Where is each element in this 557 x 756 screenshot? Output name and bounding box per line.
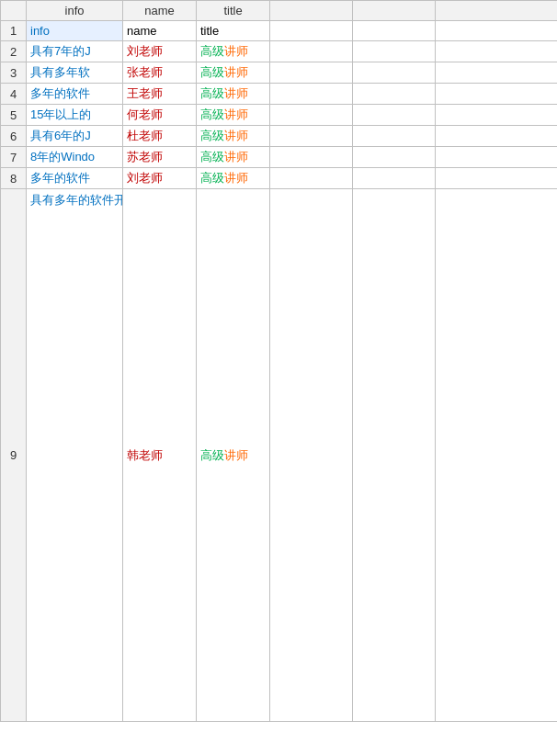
- cell-text: 高级: [200, 171, 224, 185]
- cell-text: 多年的软件: [30, 86, 90, 100]
- cell-name-5[interactable]: 何老师: [123, 105, 197, 126]
- cell-info-6[interactable]: 具有6年的J: [27, 126, 123, 147]
- cell-extra2-3[interactable]: [353, 62, 436, 84]
- cell-info-8[interactable]: 多年的软件: [27, 168, 123, 189]
- col-header-extra1[interactable]: [270, 1, 353, 21]
- col-header-extra3[interactable]: [436, 1, 558, 21]
- cell-extra1-9[interactable]: [270, 189, 353, 722]
- cell-extra2-7[interactable]: [353, 147, 436, 168]
- cell-extra2-1[interactable]: [353, 21, 436, 41]
- cell-text-2: 讲师: [224, 44, 248, 58]
- cell-info-5[interactable]: 15年以上的: [27, 105, 123, 126]
- cell-title-7[interactable]: 高级讲师: [197, 147, 270, 168]
- cell-text: 15年以上的: [30, 107, 91, 121]
- cell-text: 高级: [200, 44, 224, 58]
- cell-extra1-3[interactable]: [270, 62, 353, 84]
- table-row-9: 9 具有多年的软件开发和项目设计经验，参与和设计国家级信息系统项目的需求分析和架…: [1, 189, 558, 722]
- cell-name-6[interactable]: 杜老师: [123, 126, 197, 147]
- cell-extra1-5[interactable]: [270, 105, 353, 126]
- row-number-9: 9: [1, 189, 27, 722]
- cell-extra3-4[interactable]: [436, 84, 558, 105]
- cell-extra3-5[interactable]: [436, 105, 558, 126]
- cell-extra3-9[interactable]: [436, 189, 558, 722]
- cell-name-2[interactable]: 刘老师: [123, 41, 197, 62]
- cell-extra1-8[interactable]: [270, 168, 353, 189]
- table-row: 7 8年的Windo 苏老师 高级讲师: [1, 147, 558, 168]
- cell-title-6[interactable]: 高级讲师: [197, 126, 270, 147]
- cell-text: 王老师: [127, 86, 163, 100]
- table-row: 3 具有多年软 张老师 高级讲师: [1, 62, 558, 84]
- cell-info-1[interactable]: info: [27, 21, 123, 41]
- cell-text-2: 讲师: [224, 150, 248, 164]
- row-number: 5: [1, 105, 27, 126]
- row-number: 3: [1, 62, 27, 84]
- cell-extra1-6[interactable]: [270, 126, 353, 147]
- cell-name-1[interactable]: name: [123, 21, 197, 41]
- column-header-row: info name title: [1, 1, 558, 21]
- cell-extra2-5[interactable]: [353, 105, 436, 126]
- cell-extra2-9[interactable]: [353, 189, 436, 722]
- cell-extra3-8[interactable]: [436, 168, 558, 189]
- cell-title-2[interactable]: 高级讲师: [197, 41, 270, 62]
- cell-extra1-2[interactable]: [270, 41, 353, 62]
- cell-text: 8年的Windo: [30, 150, 95, 164]
- table-row: 1 info name title: [1, 21, 558, 41]
- cell-extra3-3[interactable]: [436, 62, 558, 84]
- cell-name-8[interactable]: 刘老师: [123, 168, 197, 189]
- cell-extra2-6[interactable]: [353, 126, 436, 147]
- cell-text: 高级: [200, 448, 224, 462]
- cell-extra3-1[interactable]: [436, 21, 558, 41]
- cell-text: 多年的软件: [30, 171, 90, 185]
- corner-cell: [1, 1, 27, 21]
- cell-text: info: [30, 24, 50, 38]
- cell-title-1[interactable]: title: [197, 21, 270, 41]
- cell-name-9[interactable]: 韩老师: [123, 189, 197, 722]
- cell-text: 具有6年的J: [30, 129, 91, 142]
- cell-text: 高级: [200, 150, 224, 164]
- cell-text: 韩老师: [127, 448, 163, 462]
- cell-title-4[interactable]: 高级讲师: [197, 84, 270, 105]
- cell-name-7[interactable]: 苏老师: [123, 147, 197, 168]
- cell-title-9[interactable]: 高级讲师: [197, 189, 270, 722]
- table-row: 2 具有7年的J 刘老师 高级讲师: [1, 41, 558, 62]
- cell-info-4[interactable]: 多年的软件: [27, 84, 123, 105]
- table-row: 6 具有6年的J 杜老师 高级讲师: [1, 126, 558, 147]
- cell-text-2: 讲师: [224, 171, 248, 185]
- cell-text: 高级: [200, 129, 224, 142]
- col-header-extra2[interactable]: [353, 1, 436, 21]
- col-header-title[interactable]: title: [197, 1, 270, 21]
- row-number: 2: [1, 41, 27, 62]
- cell-extra2-2[interactable]: [353, 41, 436, 62]
- cell-text: 具有多年的软件开发和项目设计经验，参与和设计国家级信息系统项目的需求分析和架构设…: [30, 193, 123, 207]
- table-row: 8 多年的软件 刘老师 高级讲师: [1, 168, 558, 189]
- col-header-name[interactable]: name: [123, 1, 197, 21]
- cell-title-3[interactable]: 高级讲师: [197, 62, 270, 84]
- cell-text: 杜老师: [127, 129, 163, 142]
- cell-text: 具有多年软: [30, 65, 90, 79]
- cell-extra1-4[interactable]: [270, 84, 353, 105]
- cell-text-2: 讲师: [224, 65, 248, 79]
- cell-info-2[interactable]: 具有7年的J: [27, 41, 123, 62]
- cell-extra2-4[interactable]: [353, 84, 436, 105]
- cell-extra3-6[interactable]: [436, 126, 558, 147]
- col-header-info[interactable]: info: [27, 1, 123, 21]
- cell-text-2: 讲师: [224, 129, 248, 142]
- cell-info-3[interactable]: 具有多年软: [27, 62, 123, 84]
- spreadsheet: info name title 1 info name title: [0, 0, 557, 722]
- cell-extra2-8[interactable]: [353, 168, 436, 189]
- cell-text-2: 讲师: [224, 107, 248, 121]
- cell-text-2: 讲师: [224, 448, 248, 462]
- cell-extra3-7[interactable]: [436, 147, 558, 168]
- cell-title-5[interactable]: 高级讲师: [197, 105, 270, 126]
- cell-title-8[interactable]: 高级讲师: [197, 168, 270, 189]
- cell-info-9[interactable]: 具有多年的软件开发和项目设计经验，参与和设计国家级信息系统项目的需求分析和架构设…: [27, 189, 123, 722]
- cell-extra1-7[interactable]: [270, 147, 353, 168]
- cell-text: 具有7年的J: [30, 44, 91, 58]
- row-number: 7: [1, 147, 27, 168]
- cell-extra1-1[interactable]: [270, 21, 353, 41]
- cell-info-7[interactable]: 8年的Windo: [27, 147, 123, 168]
- cell-name-3[interactable]: 张老师: [123, 62, 197, 84]
- cell-text: 苏老师: [127, 150, 163, 164]
- cell-extra3-2[interactable]: [436, 41, 558, 62]
- cell-name-4[interactable]: 王老师: [123, 84, 197, 105]
